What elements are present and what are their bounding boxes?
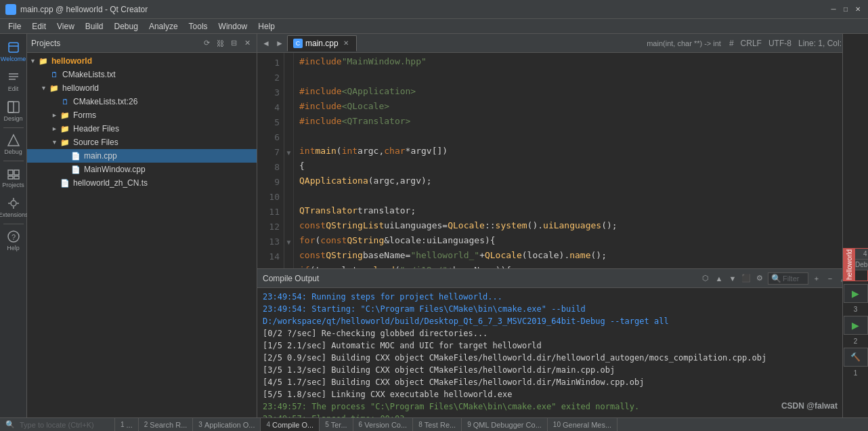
menu-debug[interactable]: Debug (109, 20, 144, 33)
compile-panel-controls: ⬡ ▲ ▼ ⬛ ⚙ 🔍 Filter + − △ ✕ (700, 272, 863, 285)
minimize-button[interactable]: ─ (829, 5, 838, 14)
tab-label: Version Co... (364, 421, 407, 429)
maximize-button[interactable]: □ (841, 5, 850, 14)
build-button[interactable]: 🔨 (844, 348, 868, 367)
svg-text:?: ? (12, 233, 16, 241)
bottom-tab-compile[interactable]: 4 Compile O... (261, 418, 320, 431)
code-line-1: #include "MainWindow.hpp" (299, 54, 863, 69)
filter-label: Filter (783, 274, 799, 283)
sidebar-item-debug[interactable]: Debug (1, 129, 26, 159)
panel-icon-split[interactable]: ⊟ (228, 38, 239, 49)
code-line-6 (299, 129, 863, 144)
tab-label: General Mes... (563, 421, 611, 429)
bottom-tabs: 🔍 1 ... 2 Search R... 3 Application O...… (0, 417, 868, 431)
menu-file[interactable]: File (3, 20, 26, 33)
menu-analyze[interactable]: Analyze (144, 20, 183, 33)
btn-number-debug: Debug (855, 260, 868, 270)
tab-label: QML Debugger Co... (473, 421, 542, 429)
bottom-tab-application[interactable]: 3 Application O... (193, 418, 261, 431)
tree-item-cmakelists-root[interactable]: 🗒 CMakeLists.txt (27, 68, 257, 81)
project-panel-title: Projects (31, 39, 198, 48)
sidebar-item-design[interactable]: Design (1, 96, 26, 126)
tree-item-label: helloworld (62, 83, 99, 93)
tree-item-helloworld-root[interactable]: ▼ 📁 helloworld (27, 54, 257, 68)
tree-item-mainwindow-cpp[interactable]: 📄 MainWindow.cpp (27, 163, 257, 176)
search-box-area: 🔍 (3, 418, 115, 431)
bottom-tab-1[interactable]: 1 ... (115, 418, 139, 431)
menu-edit[interactable]: Edit (26, 20, 51, 33)
tab-nav-back[interactable]: ◄ (260, 37, 272, 49)
btn-number-4: 4 (855, 249, 868, 260)
tree-item-forms[interactable]: ► 📁 Forms (27, 108, 257, 122)
panel-icon-link[interactable]: ⛓ (215, 38, 225, 49)
editor-crlf: CRLF (738, 39, 764, 48)
tree-item-ts-file[interactable]: 📄 helloworld_zh_CN.ts (27, 176, 257, 190)
compile-remove-icon[interactable]: − (825, 273, 836, 284)
code-line-10 (299, 188, 863, 203)
tree-item-label: helloworld_zh_CN.ts (73, 178, 148, 188)
watermark: CSDN @falwat (781, 401, 838, 411)
sidebar-item-welcome[interactable]: Welcome (1, 37, 26, 66)
tree-item-header-files[interactable]: ► 📁 Header Files (27, 122, 257, 136)
close-button[interactable]: ✕ (853, 5, 863, 14)
compile-add-icon[interactable]: + (811, 273, 822, 284)
panel-icon-close[interactable]: ✕ (242, 38, 253, 49)
code-line-9: QApplication a(argc, argv); (299, 173, 863, 188)
fold-arrow-13[interactable]: ▼ (286, 239, 292, 246)
menu-help[interactable]: Help (253, 20, 280, 33)
tab-nav-forward[interactable]: ► (274, 37, 286, 49)
bottom-tab-terminal[interactable]: 5 Ter... (320, 418, 353, 431)
compile-gear-icon[interactable]: ⚙ (754, 273, 765, 284)
compile-down-icon[interactable]: ▼ (727, 273, 738, 284)
output-line: [1/5 2.1/sec] Automatic MOC and UIC for … (263, 340, 863, 352)
code-area[interactable]: #include "MainWindow.hpp" #include <QApp… (294, 53, 868, 268)
menu-bar: File Edit View Build Debug Analyze Tools… (0, 19, 868, 34)
bottom-tab-search[interactable]: 2 Search R... (139, 418, 194, 431)
editor-content: 1 2 3 4 5 6 7 8 9 10 11 12 13 14 (257, 53, 868, 417)
sidebar-item-edit[interactable]: Edit (1, 66, 26, 96)
tree-item-source-files[interactable]: ▼ 📁 Source Files (27, 136, 257, 149)
editor-tab-main-cpp[interactable]: C main.cpp ✕ (287, 35, 357, 52)
code-line-13: for (const QString &locale : uiLanguages… (299, 233, 863, 248)
sidebar-item-help[interactable]: ? Help (1, 226, 26, 255)
menu-view[interactable]: View (51, 20, 80, 33)
code-line-3: #include <QApplication> (299, 84, 863, 99)
locate-input[interactable] (17, 419, 112, 430)
tree-item-cmakelists26[interactable]: 🗒 CMakeLists.txt:26 (27, 95, 257, 108)
bottom-tab-qml[interactable]: 9 QML Debugger Co... (462, 418, 548, 431)
menu-build[interactable]: Build (80, 20, 109, 33)
title-bar: main.cpp @ helloworld - Qt Creator ─ □ ✕ (0, 0, 868, 19)
editor-area: ◄ ► C main.cpp ✕ main(int, char **) -> i… (257, 34, 868, 417)
compile-up-icon[interactable]: ▲ (714, 273, 724, 284)
run-button[interactable]: ▶ (844, 284, 868, 303)
output-line: 23:49:54: Running steps for project hell… (263, 291, 863, 303)
fold-arrow-7[interactable]: ▼ (286, 149, 292, 157)
tab-close-button[interactable]: ✕ (341, 39, 351, 48)
tree-item-label: Header Files (73, 124, 119, 134)
sidebar-item-projects[interactable]: Projects (1, 163, 26, 192)
file-icon: 📄 (70, 164, 81, 175)
compile-clear-icon[interactable]: ⬡ (700, 273, 711, 284)
sidebar-label-edit: Edit (8, 85, 19, 92)
bottom-tab-version[interactable]: 6 Version Co... (353, 418, 414, 431)
tree-item-helloworld-sub[interactable]: ▼ 📁 helloworld (27, 81, 257, 95)
run-number-3: 3 (843, 306, 868, 313)
sidebar-label-debug: Debug (4, 148, 22, 155)
tab-func-label: main(int, char **) -> int (643, 39, 725, 47)
file-icon: 📄 (70, 150, 81, 161)
bottom-tab-test[interactable]: 8 Test Re... (413, 418, 462, 431)
menu-tools[interactable]: Tools (183, 20, 213, 33)
menu-window[interactable]: Window (213, 20, 253, 33)
compile-output: 23:49:54: Running steps for project hell… (257, 288, 868, 417)
tree-item-label: CMakeLists.txt (62, 70, 116, 79)
sidebar-label-projects: Projects (2, 182, 24, 188)
svg-rect-6 (8, 176, 13, 179)
output-line: [5/5 1.8/sec] Linking CXX executable hel… (263, 388, 863, 401)
run-debug-button[interactable]: ▶ (844, 316, 868, 335)
panel-icon-sync[interactable]: ⟳ (201, 38, 212, 49)
bottom-tab-general[interactable]: 10 General Mes... (548, 418, 617, 431)
project-panel: Projects ⟳ ⛓ ⊟ ✕ ▼ 📁 helloworld 🗒 CMakeL… (27, 34, 257, 417)
tree-item-main-cpp[interactable]: 📄 main.cpp (27, 149, 257, 163)
compile-stop-icon[interactable]: ⬛ (741, 273, 752, 284)
sidebar-item-extensions[interactable]: Extensions (1, 192, 26, 222)
